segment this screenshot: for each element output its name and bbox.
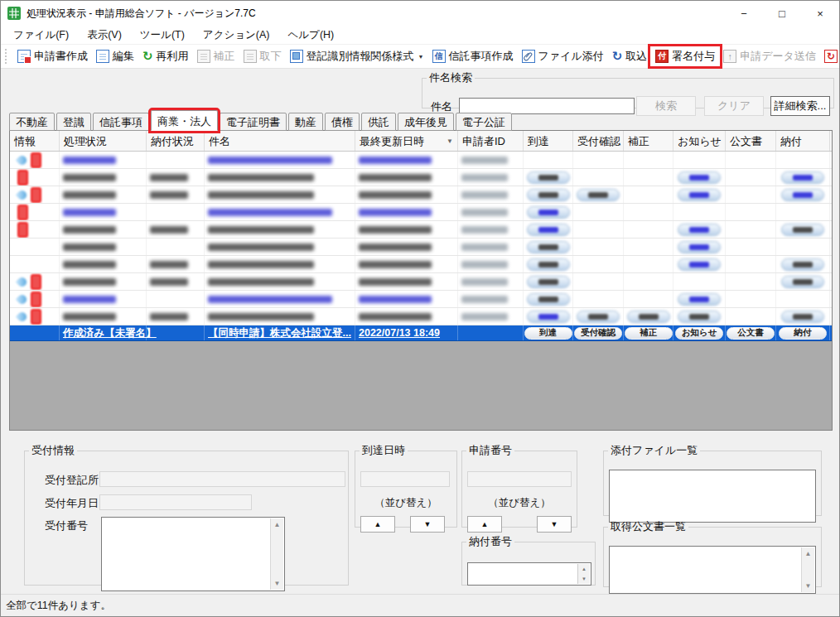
notice-button[interactable] [678,189,721,201]
arrival-button[interactable] [527,293,570,306]
arrival-button[interactable] [527,241,570,253]
document-button[interactable]: 公文書 [727,327,775,340]
scroll-down-icon[interactable]: ▼ [274,577,281,590]
scrollbar[interactable]: ▲ ▼ [801,547,814,592]
notice-button[interactable] [678,241,721,253]
toolbar-trust-button[interactable]: 信信託事項作成 [428,47,518,65]
menu-tools[interactable]: ツール(T) [131,27,194,44]
scroll-down-icon[interactable]: ▼ [805,580,812,592]
table-row-selected[interactable]: 作成済み【未署名】【同時申請】株式会社設立登...2022/07/13 18:4… [10,325,832,341]
column-header-receipt[interactable]: 受付確認 [573,131,624,151]
arrival-button[interactable] [527,276,570,288]
scrollbar[interactable]: ▲ ▼ [270,518,283,590]
column-header-status[interactable]: 処理状況 [60,131,147,151]
toolbar-attach-button[interactable]: ファイル添付 [518,47,608,65]
table-row-blurred[interactable] [10,204,832,221]
payment-number-field[interactable]: ▲ ▼ [467,562,591,586]
table-row-blurred[interactable] [10,308,832,325]
menu-help[interactable]: ヘルプ(H) [279,27,344,44]
application-sort-up-button[interactable]: ▲ [467,516,502,533]
application-sort-down-button[interactable]: ▼ [537,516,572,533]
notice-button[interactable] [678,224,721,236]
arrival-button[interactable] [527,258,570,271]
clear-button[interactable]: クリア [704,96,764,116]
spin-down-icon[interactable]: ▼ [577,574,590,584]
tab-denshi-kosho[interactable]: 電子公証 [456,113,512,131]
table-row-blurred[interactable] [10,291,832,308]
tab-fudosan[interactable]: 不動産 [9,113,55,131]
notice-button[interactable] [678,311,721,323]
arrival-button[interactable]: 到達 [524,327,572,340]
column-header-payment[interactable]: 納付 [776,131,830,151]
payment-button[interactable] [781,258,824,271]
advanced-search-button[interactable]: 詳細検索... [770,96,830,116]
attached-files-list[interactable] [609,470,816,523]
maximize-button[interactable]: □ [763,1,801,26]
search-button[interactable]: 検索 [636,96,696,116]
column-header-notice[interactable]: お知らせ [673,131,726,151]
tab-kyotaku[interactable]: 供託 [361,113,396,131]
minimize-button[interactable]: − [725,1,763,26]
table-row-blurred[interactable] [10,152,832,169]
column-header-subject[interactable]: 件名 [205,131,355,151]
arrival-sort-down-button[interactable]: ▼ [410,516,445,533]
column-header-payment_status[interactable]: 納付状況 [147,131,205,151]
correction-button[interactable] [627,311,670,323]
tab-seinen-koken[interactable]: 成年後見 [398,113,454,131]
table-row-blurred[interactable] [10,169,832,186]
arrival-sort-up-button[interactable]: ▲ [360,516,395,533]
arrival-button[interactable] [527,206,570,219]
column-header-updated[interactable]: 最終更新日時▼ [355,131,458,151]
spin-up-icon[interactable]: ▲ [577,564,590,574]
receipt-button[interactable]: 受付確認 [574,327,622,340]
obtained-documents-list[interactable]: ▲ ▼ [609,546,816,594]
toolbar-refresh-button[interactable]: ↻更新 [820,47,840,65]
menu-action[interactable]: アクション(A) [194,27,279,44]
receipt-button[interactable] [577,189,620,201]
menu-view[interactable]: 表示(V) [78,27,131,44]
toolbar-import-button[interactable]: ↻取込 [608,47,652,65]
correction-button[interactable]: 補正 [625,327,673,340]
table-row-blurred[interactable] [10,186,832,204]
notice-button[interactable] [678,171,721,184]
payment-button[interactable]: 納付 [779,327,827,340]
column-header-document[interactable]: 公文書 [726,131,776,151]
payment-button[interactable] [781,224,824,236]
tab-shintaku[interactable]: 信託事項 [93,113,149,131]
toolbar-create-button[interactable]: 申請書作成 [13,47,92,65]
reception-number-box[interactable]: ▲ ▼ [101,517,285,591]
selected-subject-link[interactable]: 【同時申請】株式会社設立登... [208,326,351,340]
column-header-applicant_id[interactable]: 申請者ID [458,131,524,151]
receipt-button[interactable] [577,311,620,323]
toolbar-touki-form-button[interactable]: 登記識別情報関係様式▼ [286,47,428,65]
menu-file[interactable]: ファイル(F) [4,27,78,44]
scroll-up-icon[interactable]: ▲ [805,547,812,560]
tab-shogyo-hojin[interactable]: 商業・法人 [151,110,218,131]
arrival-button[interactable] [527,171,570,184]
spinner[interactable]: ▲ ▼ [577,564,590,584]
table-row-blurred[interactable] [10,221,832,239]
notice-button[interactable] [678,293,721,306]
payment-button[interactable] [781,276,824,288]
notice-button[interactable]: お知らせ [675,327,723,340]
table-row-blurred[interactable] [10,273,832,291]
payment-button[interactable] [781,311,824,323]
column-header-info[interactable]: 情報 [10,131,60,151]
close-button[interactable]: × [801,1,839,26]
tab-toshiki[interactable]: 登識 [56,113,91,131]
toolbar-sign-button[interactable]: 付署名付与 [651,47,719,65]
arrival-button[interactable] [527,189,570,201]
tab-dosan[interactable]: 動産 [288,113,323,131]
table-row-blurred[interactable] [10,239,832,256]
scroll-up-icon[interactable]: ▲ [274,518,281,531]
tab-saiken[interactable]: 債権 [325,113,360,131]
payment-button[interactable] [781,189,824,201]
toolbar-edit-button[interactable]: 編集 [92,47,138,65]
notice-button[interactable] [678,258,721,271]
tab-denshi-shomeisho[interactable]: 電子証明書 [220,113,287,131]
table-row-blurred[interactable] [10,256,832,273]
payment-button[interactable] [781,171,824,184]
toolbar-reuse-button[interactable]: ↻再利用 [138,47,193,65]
column-header-arrival[interactable]: 到達 [524,131,573,151]
arrival-button[interactable] [527,224,570,236]
